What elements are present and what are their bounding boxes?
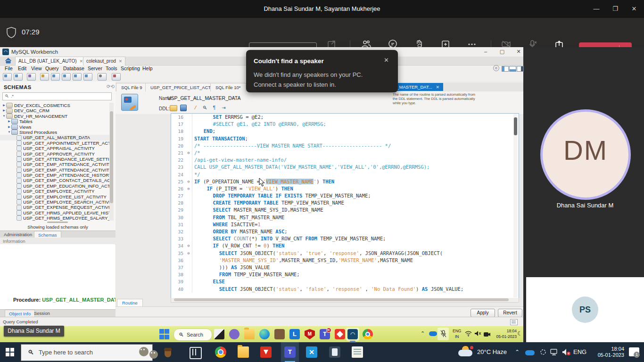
calculator-icon[interactable] — [329, 346, 340, 358]
l-app-icon[interactable]: L — [289, 329, 300, 339]
weather-icon[interactable] — [458, 346, 474, 358]
chevron-right-icon[interactable]: ▶ — [2, 108, 6, 113]
tree-item[interactable]: USP_GET_EMP_CONTACT_DETAILS_ACTIVITY — [0, 178, 109, 183]
create-table-icon[interactable] — [51, 73, 60, 81]
briefcase-app-icon[interactable] — [274, 329, 285, 339]
language-indicator[interactable]: ENGIN — [453, 328, 461, 339]
create-function-icon[interactable] — [83, 73, 92, 81]
tree-item[interactable]: ▼Stored Procedures — [0, 130, 109, 135]
blue-x-app-icon[interactable]: ✕ — [306, 346, 317, 358]
tree-item[interactable]: USP_GET_HRMS_EMPLOYEE_SALARY_SLIP_A — [0, 215, 109, 221]
menu-edit[interactable]: Edit — [18, 66, 26, 71]
tray-chevron-icon[interactable]: ⌃ — [421, 330, 425, 337]
save-icon[interactable] — [180, 105, 187, 111]
red-diamond-app-icon[interactable] — [335, 329, 345, 339]
tree-item[interactable]: USP_GET_EMP_ATTENDANCE_ACTIVITY_APP — [0, 167, 109, 173]
mcafee-icon[interactable]: M — [305, 329, 315, 339]
create-view-icon[interactable] — [62, 73, 71, 81]
fold-marker-icon[interactable]: ⊖ — [185, 149, 192, 156]
chrome-icon[interactable] — [215, 346, 226, 358]
fold-marker-icon[interactable]: ⊖ — [185, 242, 192, 249]
grid-view-icon[interactable] — [510, 319, 518, 325]
snip-icon[interactable] — [539, 348, 547, 358]
apply-button[interactable]: Apply — [471, 309, 495, 317]
home-icon[interactable] — [5, 58, 12, 64]
chrome-icon[interactable] — [363, 329, 373, 339]
volume-muted-icon[interactable] — [474, 330, 481, 338]
close-tab-icon[interactable]: ✕ — [80, 59, 83, 64]
camera-tray-icon[interactable] — [484, 330, 491, 339]
tree-item[interactable]: USP_GET_EMPLOYEE_SEARCH_ACTIVITY — [0, 199, 109, 205]
editor-vscrollbar-thumb[interactable] — [514, 117, 517, 135]
taskbar-search-input[interactable]: 🔍︎Type here to search — [21, 344, 153, 361]
fold-marker-icon[interactable]: ⊖ — [185, 185, 192, 192]
tree-item[interactable]: USP_GET_APPOINTMENT_LETTER_ACTIVITY — [0, 140, 109, 146]
menu-help[interactable]: Help — [142, 66, 153, 71]
wrap-lines-icon[interactable]: ⇥ — [220, 104, 228, 112]
onedrive-icon[interactable] — [429, 331, 437, 336]
revert-button[interactable]: Revert — [498, 309, 522, 317]
notification-close-icon[interactable]: ✕ — [384, 57, 389, 64]
chevron-down-icon[interactable]: ▼ — [2, 114, 6, 119]
file-explorer-icon[interactable] — [238, 346, 249, 358]
schema-filter-input[interactable]: 🔍︎.* — [2, 92, 112, 100]
restore-icon[interactable]: ❐ — [611, 5, 619, 13]
weather-text[interactable]: 20°C Haze — [477, 348, 507, 355]
secondary-sidebar-toggle-icon[interactable] — [517, 66, 524, 72]
onedrive-icon[interactable] — [525, 350, 535, 355]
notepad-app-icon[interactable] — [352, 346, 363, 358]
routine-tab[interactable]: Routine — [117, 299, 143, 306]
wb-maximize-icon[interactable]: ▢ — [498, 49, 506, 55]
taskbar-search[interactable]: 🔍︎Search — [173, 329, 212, 341]
host-clock[interactable]: 18:0405-01-2023 — [589, 346, 624, 358]
file-explorer-icon[interactable] — [244, 329, 255, 339]
menu-file[interactable]: File — [5, 66, 13, 71]
editor-tab[interactable]: SQL File 9 — [116, 83, 148, 91]
menu-query[interactable]: Query — [45, 66, 59, 71]
editor-tab[interactable]: SQL File 10* — [210, 83, 246, 91]
night-light-icon[interactable]: ☾ — [517, 330, 523, 337]
tree-item[interactable]: USP_GET_EMPLOYEE_ACTIVITY — [0, 189, 109, 194]
routine-name-field[interactable]: USP_GET_ALL_MASTER_DATA — [167, 95, 389, 101]
task-view-icon[interactable] — [190, 347, 202, 359]
participant-tile[interactable]: PS — [526, 277, 644, 342]
open-script-icon[interactable] — [14, 73, 23, 81]
sidebar-toggle-icon[interactable] — [502, 66, 509, 72]
find-icon[interactable]: 🔍︎ — [201, 104, 209, 112]
editor-hscrollbar-thumb[interactable] — [174, 298, 509, 301]
tab-session[interactable]: Session — [30, 311, 54, 316]
tree-item[interactable]: USP_GET_HRMS_APPLIED_LEAVE_HISTORY_A — [0, 210, 109, 215]
connection-tab[interactable]: ALL_DB (UAT_LEK_AUTO)✕ — [15, 57, 86, 66]
create-procedure-icon[interactable] — [73, 73, 82, 81]
inspector-icon[interactable] — [27, 73, 36, 81]
menu-database[interactable]: Database — [63, 66, 84, 71]
tree-item[interactable]: USP_GET_ATTENDANCE_LEAVE_SETTINGS_A — [0, 156, 109, 162]
settings-icon[interactable]: ⚙ — [493, 65, 499, 71]
tree-item[interactable]: USP_GET_APPRAISAL_ACTIVITY — [0, 146, 109, 151]
close-tab-icon[interactable]: ✕ — [119, 59, 123, 64]
start-button-icon[interactable] — [159, 329, 170, 339]
language-indicator[interactable]: ENG — [573, 348, 586, 355]
beautify-icon[interactable]: ⁄ — [191, 104, 199, 112]
tree-item[interactable]: USP_GET_APPROVER_ACTIVITY — [0, 151, 109, 156]
wb-minimize-icon[interactable]: – — [482, 49, 489, 54]
search-data-icon[interactable] — [98, 73, 107, 81]
tree-item[interactable]: USP_GET_EMPLOYEE_LIST_ACTIVITY — [0, 194, 109, 199]
editor-tab-active[interactable]: L_MASTER_DAT...✕ — [390, 83, 443, 91]
tree-item[interactable]: USP_GET_EXPENSE_REQUEST_ACTIVITY — [0, 205, 109, 210]
fold-marker-icon[interactable]: ⊖ — [185, 178, 192, 185]
wb-close-icon[interactable]: ✕ — [515, 49, 522, 55]
teams-app-icon[interactable]: T — [320, 329, 330, 339]
tree-scrollbar-thumb[interactable] — [110, 111, 113, 203]
tree-item[interactable]: USP_GET_EMP_ATTENDANCE_HISTORY_ACTI — [0, 173, 109, 178]
mic-muted-icon[interactable] — [440, 330, 446, 340]
network-icon[interactable] — [550, 348, 558, 358]
chevron-right-icon[interactable]: ▶ — [2, 103, 6, 108]
tree-item[interactable]: USP_GET_EMP_ATTENDANCE_ACTIVITY — [0, 162, 109, 167]
task-view-icon[interactable] — [214, 329, 224, 339]
create-schema-icon[interactable] — [40, 73, 49, 81]
editor-vscrollbar[interactable] — [513, 114, 518, 297]
output-toggle-icon[interactable] — [509, 66, 516, 72]
tree-scrollbar[interactable] — [109, 103, 114, 221]
tree-item[interactable]: ▶DEV_GMC_CRM — [0, 108, 109, 113]
